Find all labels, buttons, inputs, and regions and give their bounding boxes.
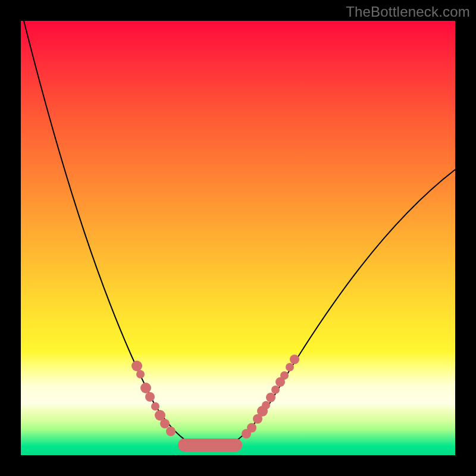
watermark-text: TheBottleneck.com xyxy=(346,4,470,20)
chart-frame: TheBottleneck.com xyxy=(0,0,476,476)
marker-right-8 xyxy=(280,371,289,380)
curve-svg xyxy=(21,21,455,455)
marker-left-6 xyxy=(160,419,170,428)
plot-area xyxy=(21,21,455,455)
marker-right-9 xyxy=(286,363,294,371)
marker-left-0 xyxy=(131,361,142,371)
valley-band xyxy=(178,439,242,452)
marker-right-6 xyxy=(271,386,280,394)
marker-left-7 xyxy=(166,427,176,436)
marker-right-5 xyxy=(266,393,275,402)
marker-left-3 xyxy=(145,392,155,402)
bottleneck-curve xyxy=(21,9,455,449)
marker-left-4 xyxy=(151,402,159,411)
marker-left-2 xyxy=(140,383,151,393)
marker-right-4 xyxy=(262,401,270,409)
marker-left-1 xyxy=(136,370,145,378)
marker-right-1 xyxy=(247,423,256,433)
marker-right-10 xyxy=(290,355,299,364)
